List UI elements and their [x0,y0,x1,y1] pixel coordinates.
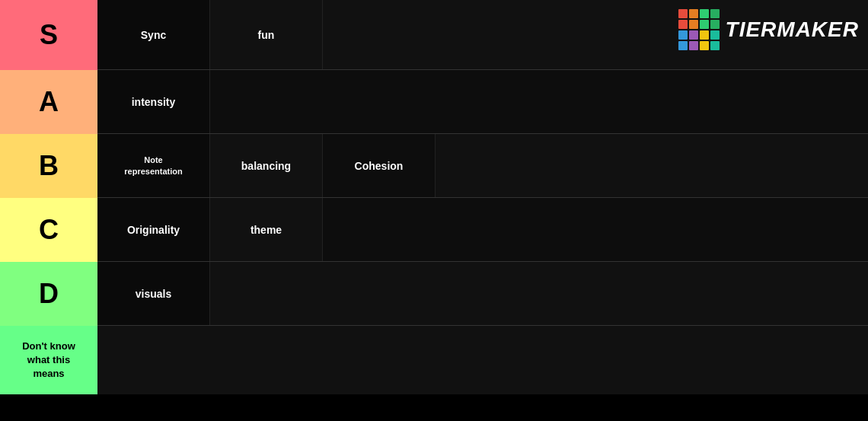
tier-label-b: B [0,134,97,198]
tier-item-intensity: intensity [97,70,210,133]
logo-text: TiERMAKER [726,18,859,42]
tier-item-originality: Originality [97,198,210,261]
tier-row-dk: Don't know what this means [0,326,868,394]
tier-items-b: Note representation balancing Cohesion [97,134,868,197]
tier-item-sync: Sync [97,0,210,69]
tier-row-b: B Note representation balancing Cohesion [0,134,868,198]
tier-label-d: D [0,262,97,326]
tier-item-visuals: visuals [97,262,210,325]
tier-items-dk [97,326,868,394]
tier-item-fun: fun [210,0,323,69]
tier-row-a: A intensity [0,70,868,134]
logo-container: TiERMAKER [678,9,859,50]
tiermaker-app: TiERMAKER S Sync fun A [0,0,868,421]
tier-item-theme: theme [210,198,323,261]
logo-grid-icon [678,9,720,50]
tier-items-d: visuals [97,262,868,325]
tier-empty-a [210,70,868,133]
tier-label-s: S [0,0,97,70]
tier-row-d: D visuals [0,262,868,326]
tier-table: S Sync fun A intensity [0,0,868,421]
tier-empty-c [323,198,868,261]
tier-label-c: C [0,198,97,262]
tier-row-c: C Originality theme [0,198,868,262]
tier-label-a: A [0,70,97,134]
tier-items-c: Originality theme [97,198,868,261]
tier-empty-d [210,262,868,325]
tier-item-cohesion: Cohesion [323,134,436,197]
tier-item-balancing: balancing [210,134,323,197]
tier-items-a: intensity [97,70,868,133]
tier-item-note-representation: Note representation [97,134,210,197]
tier-empty-b [436,134,868,197]
tier-label-dk: Don't know what this means [0,326,97,394]
